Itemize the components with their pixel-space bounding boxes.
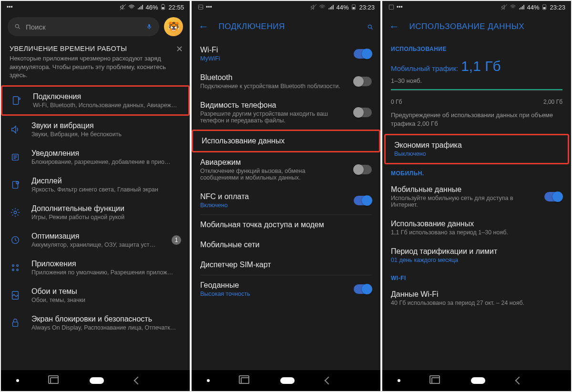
lock-icon bbox=[10, 317, 21, 329]
search-icon[interactable] bbox=[367, 23, 374, 30]
status-bar: ••• 46% 22:55 bbox=[1, 1, 190, 13]
home-button[interactable] bbox=[280, 377, 295, 384]
home-button[interactable] bbox=[90, 377, 104, 384]
notifications-icon bbox=[10, 151, 21, 163]
svg-rect-7 bbox=[13, 96, 19, 104]
wifi-toggle[interactable] bbox=[354, 49, 372, 59]
usage-period: 1–30 нояб. bbox=[382, 76, 571, 89]
more-icon: ••• bbox=[206, 4, 213, 10]
home-button[interactable] bbox=[471, 377, 485, 384]
back-button[interactable] bbox=[324, 377, 332, 385]
usage-warning: Предупреждение об использовании данных п… bbox=[382, 109, 571, 134]
wifi-icon bbox=[510, 4, 516, 10]
item-airplane[interactable]: АвиарежимОтключение функций вызова, обме… bbox=[192, 152, 380, 187]
item-data-saver[interactable]: Экономия трафикаВыключено bbox=[384, 134, 569, 164]
item-visibility[interactable]: Видимость телефонаРазрешите другим устро… bbox=[192, 95, 380, 130]
mic-icon[interactable] bbox=[146, 23, 153, 30]
item-mobile-data[interactable]: Мобильные данныеИспользуйте мобильную се… bbox=[382, 180, 571, 214]
item-wallpaper[interactable]: Обои и темыОбои, темы, значки bbox=[1, 281, 190, 309]
section-wifi: WI-FI bbox=[382, 269, 571, 284]
search-input[interactable]: Поиск bbox=[8, 17, 159, 36]
more-icon: ••• bbox=[7, 4, 13, 10]
battery-banner[interactable]: УВЕЛИЧЕНИЕ ВРЕМЕНИ РАБОТЫ Некоторые прил… bbox=[1, 41, 190, 85]
nfc-toggle[interactable] bbox=[354, 196, 372, 205]
svg-line-28 bbox=[371, 28, 373, 30]
banner-title: УВЕЛИЧЕНИЕ ВРЕМЕНИ РАБОТЫ bbox=[10, 45, 181, 52]
battery-percent: 46% bbox=[145, 4, 158, 11]
data-usage-list: ИСПОЛЬЗОВАНИЕ Мобильный трафик: 1,1 Гб 1… bbox=[382, 40, 571, 370]
bluetooth-toggle[interactable] bbox=[354, 77, 372, 86]
item-maintenance[interactable]: ОптимизацияАккумулятор, хранилище, ОЗУ, … bbox=[1, 226, 190, 254]
svg-point-8 bbox=[19, 98, 20, 100]
item-bluetooth[interactable]: BluetoothПодключение к устройствам Bluet… bbox=[192, 68, 380, 95]
svg-rect-29 bbox=[389, 5, 393, 9]
item-wifi-data[interactable]: Данные Wi-Fi40 Гб использовано за период… bbox=[382, 284, 571, 312]
header-title: ПОДКЛЮЧЕНИЯ bbox=[219, 22, 358, 31]
back-button[interactable] bbox=[515, 377, 523, 385]
location-toggle[interactable] bbox=[354, 284, 372, 294]
back-icon[interactable]: ← bbox=[198, 20, 209, 33]
battery-icon bbox=[160, 4, 166, 10]
banner-text: Некоторые приложения чрезмерно расходуют… bbox=[10, 54, 181, 80]
recents-button[interactable] bbox=[241, 377, 249, 384]
mobile-data-toggle[interactable] bbox=[544, 192, 562, 201]
item-advanced[interactable]: Дополнительные функцииИгры, Режим работы… bbox=[1, 199, 190, 226]
item-lockscreen[interactable]: Экран блокировки и безопасностьAlways On… bbox=[1, 309, 190, 337]
nav-notification-dot bbox=[207, 379, 210, 382]
item-display[interactable]: ДисплейЯркость, Фильтр синего света, Гла… bbox=[1, 171, 190, 199]
wifi-icon bbox=[319, 4, 326, 10]
item-billing[interactable]: Период тарификации и лимит01 день каждог… bbox=[382, 241, 571, 269]
usage-bar bbox=[382, 89, 571, 94]
search-placeholder: Поиск bbox=[26, 23, 141, 31]
screenshot-icon bbox=[197, 4, 204, 10]
section-usage: ИСПОЛЬЗОВАНИЕ bbox=[382, 40, 571, 55]
item-apps[interactable]: ПриложенияПриложения по умолчанию, Разре… bbox=[1, 254, 190, 281]
svg-rect-13 bbox=[13, 181, 18, 188]
bar-max: 2,00 Гб bbox=[543, 99, 562, 105]
bar-min: 0 Гб bbox=[391, 99, 402, 105]
signal-icon bbox=[327, 4, 334, 10]
item-wifi[interactable]: Wi-FiMyWiFi bbox=[192, 40, 380, 68]
advanced-icon bbox=[10, 207, 21, 218]
item-hotspot[interactable]: Мобильная точка доступа и модем bbox=[192, 215, 380, 235]
back-button[interactable] bbox=[133, 377, 142, 385]
signal-icon bbox=[518, 4, 525, 10]
svg-point-17 bbox=[12, 264, 14, 266]
item-sim[interactable]: Диспетчер SIM-карт bbox=[192, 255, 380, 275]
airplane-toggle[interactable] bbox=[354, 165, 372, 174]
svg-point-19 bbox=[12, 269, 14, 271]
signal-icon bbox=[137, 4, 143, 10]
connections-icon bbox=[11, 95, 22, 106]
item-mobile-networks[interactable]: Мобильные сети bbox=[192, 235, 380, 255]
svg-rect-6 bbox=[148, 24, 150, 27]
close-icon[interactable]: ✕ bbox=[176, 44, 183, 54]
nav-notification-dot bbox=[398, 379, 400, 382]
item-connections[interactable]: ПодключенияWi-Fi, Bluetooth, Использован… bbox=[1, 85, 190, 116]
item-location[interactable]: ГеоданныеВысокая точность bbox=[192, 275, 380, 303]
nav-bar bbox=[192, 370, 380, 391]
item-sounds[interactable]: Звуки и вибрацияЗвуки, Вибрация, Не бесп… bbox=[1, 116, 190, 143]
back-icon[interactable]: ← bbox=[389, 20, 400, 33]
clock: 22:55 bbox=[168, 4, 184, 11]
item-data-usage[interactable]: Использование данных bbox=[192, 130, 380, 152]
connections-list: Wi-FiMyWiFi BluetoothПодключение к устро… bbox=[192, 40, 380, 370]
avatar[interactable]: 🐯 bbox=[164, 17, 183, 36]
mute-icon bbox=[120, 4, 126, 10]
nav-bar bbox=[382, 370, 571, 391]
item-nfc[interactable]: NFC и оплатаВключено bbox=[192, 187, 380, 214]
item-mobile-usage[interactable]: Использование данных1,1 Гб использовано … bbox=[382, 214, 571, 241]
screen-data-usage: ••• 44% 23:23 ← ИСПОЛЬЗОВАНИЕ ДАННЫХ ИСП… bbox=[382, 1, 571, 391]
settings-list: ПодключенияWi-Fi, Bluetooth, Использован… bbox=[1, 85, 190, 370]
item-notifications[interactable]: УведомленияБлокирование, разрешение, доб… bbox=[1, 143, 190, 171]
battery-percent: 44% bbox=[527, 4, 539, 11]
wallpaper-icon bbox=[10, 290, 21, 301]
recents-button[interactable] bbox=[50, 377, 59, 384]
usage-value: 1,1 Гб bbox=[461, 58, 500, 74]
clock: 23:23 bbox=[550, 4, 565, 11]
visibility-toggle[interactable] bbox=[354, 108, 372, 117]
battery-icon bbox=[350, 4, 357, 10]
nav-bar bbox=[1, 370, 190, 391]
status-bar: ••• 44% 23:23 bbox=[382, 1, 571, 13]
recents-button[interactable] bbox=[431, 377, 440, 384]
badge: 1 bbox=[172, 235, 181, 245]
